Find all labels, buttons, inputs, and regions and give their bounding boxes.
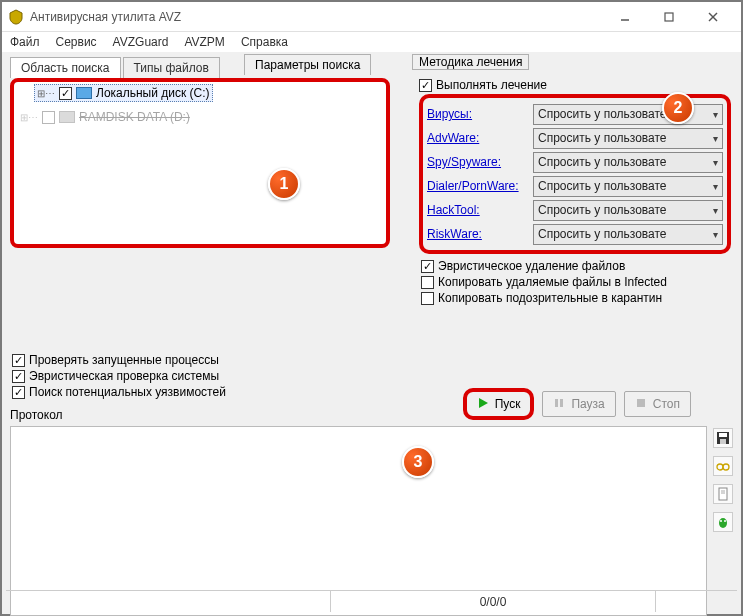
- treat-checkbox-label: Выполнять лечение: [436, 78, 547, 92]
- menu-help[interactable]: Справка: [241, 35, 288, 49]
- close-button[interactable]: [691, 3, 735, 31]
- chk-sys-label: Эвристическая проверка системы: [29, 369, 219, 383]
- maximize-button[interactable]: [647, 3, 691, 31]
- chevron-down-icon: ▾: [713, 133, 718, 144]
- row-dialer: Dialer/PornWare: Спросить у пользовате▾: [427, 174, 723, 198]
- left-checks: Проверять запущенные процессы Эвристичес…: [10, 352, 226, 400]
- menu-avzguard[interactable]: AVZGuard: [113, 35, 169, 49]
- statusbar: 0/0/0: [6, 590, 737, 612]
- disk-icon: [76, 87, 92, 99]
- menu-avzpm[interactable]: AVZPM: [184, 35, 224, 49]
- chevron-down-icon: ▾: [713, 109, 718, 120]
- drive-other-row[interactable]: ⊞⋯ RAMDISK DATA (D:): [20, 108, 380, 126]
- left-column: ⊞⋯ Локальный диск (C:) ⊞⋯ RAMDISK DATA (…: [10, 78, 390, 248]
- opt-infected-checkbox[interactable]: [421, 276, 434, 289]
- chk-processes-label: Проверять запущенные процессы: [29, 353, 219, 367]
- svg-rect-10: [720, 439, 726, 444]
- select-virus[interactable]: Спросить у пользовате▾: [533, 104, 723, 125]
- left-tabs: Область поиска Типы файлов: [10, 56, 733, 77]
- opt-heuristic-checkbox[interactable]: [421, 260, 434, 273]
- opt-quarantine-checkbox[interactable]: [421, 292, 434, 305]
- select-adware[interactable]: Спросить у пользовате▾: [533, 128, 723, 149]
- svg-rect-9: [719, 433, 727, 437]
- menubar: Файл Сервис AVZGuard AVZPM Справка: [2, 32, 741, 52]
- svg-rect-6: [560, 399, 563, 407]
- row-riskware: RiskWare: Спросить у пользовате▾: [427, 222, 723, 246]
- pause-label: Пауза: [571, 397, 604, 411]
- treat-checkbox[interactable]: [419, 79, 432, 92]
- svg-rect-14: [719, 488, 727, 500]
- side-toolbar: [713, 428, 733, 532]
- window-title: Антивирусная утилита AVZ: [30, 10, 603, 24]
- select-riskware[interactable]: Спросить у пользовате▾: [533, 224, 723, 245]
- link-dialer[interactable]: Dialer/PornWare:: [427, 179, 519, 193]
- stop-icon: [635, 397, 647, 412]
- drive-tree[interactable]: ⊞⋯ Локальный диск (C:) ⊞⋯ RAMDISK DATA (…: [10, 78, 390, 248]
- window-buttons: [603, 3, 735, 31]
- link-spy[interactable]: Spy/Spyware:: [427, 155, 501, 169]
- chk-vuln[interactable]: [12, 386, 25, 399]
- chevron-down-icon: ▾: [713, 205, 718, 216]
- chk-processes[interactable]: [12, 354, 25, 367]
- pause-button[interactable]: Пауза: [542, 391, 615, 417]
- menu-file[interactable]: Файл: [10, 35, 40, 49]
- tab-search-params[interactable]: Параметры поиска: [244, 54, 371, 75]
- chk-vuln-label: Поиск потенциальных уязвимостей: [29, 385, 226, 399]
- disk-icon: [59, 111, 75, 123]
- glasses-icon[interactable]: [713, 456, 733, 476]
- protocol-box[interactable]: [10, 426, 707, 616]
- titlebar: Антивирусная утилита AVZ: [2, 2, 741, 32]
- link-virus[interactable]: Вирусы:: [427, 107, 472, 121]
- svg-marker-4: [479, 398, 488, 408]
- treatment-group-label: Методика лечения: [412, 54, 529, 70]
- chk-processes-row: Проверять запущенные процессы: [12, 352, 226, 368]
- pause-icon: [553, 397, 565, 412]
- status-cell-1: [6, 591, 331, 612]
- start-button[interactable]: Пуск: [463, 388, 535, 420]
- menu-service[interactable]: Сервис: [56, 35, 97, 49]
- stop-label: Стоп: [653, 397, 680, 411]
- tree-expand-icon[interactable]: ⊞⋯: [20, 112, 38, 123]
- drive-other-checkbox[interactable]: [42, 111, 55, 124]
- drive-other-label: RAMDISK DATA (D:): [79, 110, 190, 124]
- link-hacktool[interactable]: HackTool:: [427, 203, 480, 217]
- button-row: Пуск Пауза Стоп: [463, 388, 691, 420]
- save-icon[interactable]: [713, 428, 733, 448]
- row-spy: Spy/Spyware: Спросить у пользовате▾: [427, 150, 723, 174]
- chk-sys[interactable]: [12, 370, 25, 383]
- protocol-label: Протокол: [10, 408, 63, 422]
- select-hacktool[interactable]: Спросить у пользовате▾: [533, 200, 723, 221]
- opt-infected-label: Копировать удаляемые файлы в Infected: [438, 275, 667, 289]
- bug-icon[interactable]: [713, 512, 733, 532]
- document-icon[interactable]: [713, 484, 733, 504]
- stop-button[interactable]: Стоп: [624, 391, 691, 417]
- status-cell-3: [656, 591, 737, 612]
- chk-sys-row: Эвристическая проверка системы: [12, 368, 226, 384]
- svg-point-17: [719, 518, 727, 528]
- app-window: Антивирусная утилита AVZ Файл Сервис AVZ…: [0, 0, 743, 616]
- select-spy[interactable]: Спросить у пользовате▾: [533, 152, 723, 173]
- body: Область поиска Типы файлов Параметры пои…: [2, 52, 741, 81]
- callout-1: 1: [268, 168, 300, 200]
- svg-point-11: [717, 464, 723, 470]
- drive-c-checkbox[interactable]: [59, 87, 72, 100]
- tree-expand-icon[interactable]: ⊞⋯: [37, 88, 55, 99]
- row-adware: AdvWare: Спросить у пользовате▾: [427, 126, 723, 150]
- row-hacktool: HackTool: Спросить у пользовате▾: [427, 198, 723, 222]
- minimize-button[interactable]: [603, 3, 647, 31]
- svg-rect-1: [665, 13, 673, 21]
- select-dialer[interactable]: Спросить у пользовате▾: [533, 176, 723, 197]
- tab-file-types[interactable]: Типы файлов: [123, 57, 220, 78]
- tab-search-area[interactable]: Область поиска: [10, 57, 121, 78]
- link-adware[interactable]: AdvWare:: [427, 131, 479, 145]
- app-icon: [8, 9, 24, 25]
- link-riskware[interactable]: RiskWare:: [427, 227, 482, 241]
- svg-rect-5: [555, 399, 558, 407]
- drive-c-row[interactable]: ⊞⋯ Локальный диск (C:): [34, 84, 213, 102]
- treat-checkbox-row: Выполнять лечение: [419, 76, 731, 94]
- chevron-down-icon: ▾: [713, 229, 718, 240]
- status-cell-2: 0/0/0: [331, 591, 656, 612]
- opt-infected-row: Копировать удаляемые файлы в Infected: [421, 274, 731, 290]
- svg-point-12: [723, 464, 729, 470]
- callout-2: 2: [662, 92, 694, 124]
